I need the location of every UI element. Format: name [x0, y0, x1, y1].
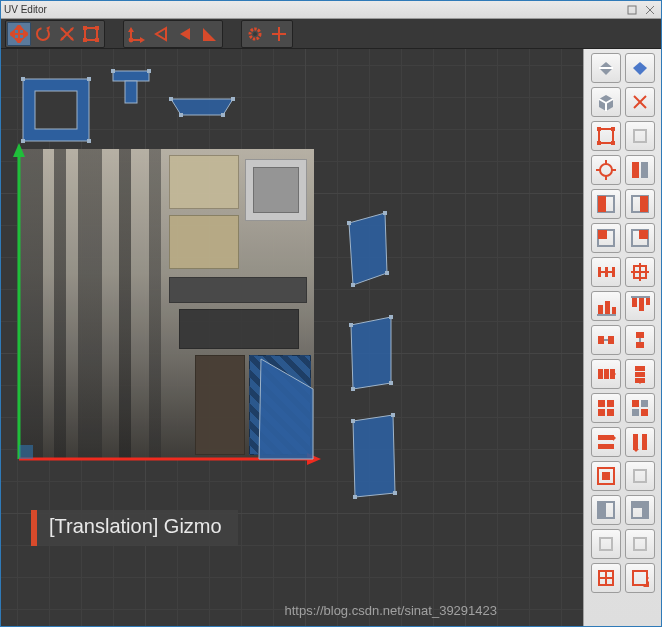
svg-rect-42	[87, 139, 91, 143]
svg-rect-141	[642, 508, 648, 518]
half-right-button[interactable]	[625, 189, 655, 219]
blank-d-button[interactable]	[625, 529, 655, 559]
layout-b-button[interactable]	[625, 495, 655, 525]
svg-rect-123	[607, 409, 614, 416]
svg-marker-6	[16, 39, 22, 43]
svg-marker-8	[24, 31, 28, 37]
grid-c-button[interactable]	[591, 563, 621, 593]
move-tool-button[interactable]	[7, 22, 31, 46]
join-v-button[interactable]	[625, 325, 655, 355]
pivot-toggle-button[interactable]	[125, 22, 149, 46]
island-para-1[interactable]	[349, 213, 387, 285]
island-blue-wedge[interactable]	[259, 359, 313, 459]
uv-editor-window: UV Editor	[0, 0, 662, 627]
play-back-button[interactable]	[173, 22, 197, 46]
svg-point-26	[129, 37, 134, 42]
rotate-tool-button[interactable]	[31, 22, 55, 46]
svg-rect-98	[598, 305, 603, 314]
svg-marker-28	[180, 28, 190, 40]
remove-button[interactable]	[625, 87, 655, 117]
island-para-2[interactable]	[351, 317, 391, 389]
svg-marker-27	[156, 28, 166, 40]
window-title: UV Editor	[4, 4, 622, 15]
settings-group	[241, 20, 293, 48]
target-button[interactable]	[591, 155, 621, 185]
island-trapezoid[interactable]	[171, 99, 233, 115]
fit-rect-button[interactable]	[591, 121, 621, 151]
island-frame-inner[interactable]	[35, 91, 77, 129]
snap-toggle-button[interactable]	[267, 22, 291, 46]
stack-v-button[interactable]	[625, 427, 655, 457]
svg-rect-125	[641, 400, 648, 407]
svg-rect-113	[604, 369, 609, 379]
align-b-button[interactable]	[591, 291, 621, 321]
svg-rect-106	[598, 336, 604, 344]
svg-rect-56	[351, 387, 355, 391]
rect-tool-button[interactable]	[79, 22, 103, 46]
corner-tl-button[interactable]	[591, 223, 621, 253]
svg-rect-38	[19, 445, 33, 459]
svg-marker-133	[633, 449, 639, 452]
stack-h-button[interactable]	[591, 427, 621, 457]
cube-button[interactable]	[591, 87, 621, 117]
shade-flat-button[interactable]	[625, 53, 655, 83]
shade-smooth-button[interactable]	[591, 53, 621, 83]
layout-a-button[interactable]	[591, 495, 621, 525]
next-island-button[interactable]	[197, 22, 221, 46]
svg-rect-20	[83, 38, 87, 42]
pivot-group	[123, 20, 223, 48]
island-cap-top[interactable]	[113, 71, 149, 81]
svg-marker-5	[16, 25, 22, 29]
flow-h-button[interactable]	[591, 359, 621, 389]
toolbox-row	[591, 325, 655, 355]
half-left-button[interactable]	[591, 189, 621, 219]
svg-rect-50	[383, 211, 387, 215]
detach-button[interactable]	[624, 3, 640, 17]
prev-island-button[interactable]	[149, 22, 173, 46]
svg-rect-121	[607, 400, 614, 407]
scale-tool-button[interactable]	[55, 22, 79, 46]
svg-rect-45	[169, 97, 173, 101]
svg-rect-90	[639, 230, 648, 239]
svg-rect-51	[385, 271, 389, 275]
svg-rect-57	[351, 419, 355, 423]
toolbox-row	[591, 529, 655, 559]
svg-rect-47	[179, 113, 183, 117]
toolbox-row	[591, 563, 655, 593]
caption-bar: [Translation] Gizmo	[31, 510, 238, 546]
join-h-button[interactable]	[591, 325, 621, 355]
svg-rect-46	[231, 97, 235, 101]
dist-h-button[interactable]	[591, 257, 621, 287]
uv-canvas[interactable]: [Translation] Gizmo https://blog.csdn.ne…	[1, 49, 583, 626]
svg-marker-130	[613, 435, 616, 441]
island-cap-stem[interactable]	[125, 81, 137, 103]
settings-gear-button[interactable]	[243, 22, 267, 46]
svg-rect-92	[598, 267, 601, 277]
grid-b-button[interactable]	[625, 393, 655, 423]
flow-v-button[interactable]	[625, 359, 655, 389]
svg-marker-24	[128, 27, 134, 32]
split-v-button[interactable]	[625, 155, 655, 185]
blank-b-button[interactable]	[625, 461, 655, 491]
svg-rect-128	[598, 435, 614, 440]
svg-rect-112	[598, 369, 603, 379]
svg-rect-55	[389, 381, 393, 385]
align-t-button[interactable]	[625, 291, 655, 321]
corner-tr-button[interactable]	[625, 223, 655, 253]
svg-rect-120	[598, 400, 605, 407]
svg-rect-86	[640, 196, 648, 212]
empty-a-button[interactable]	[625, 121, 655, 151]
svg-marker-63	[633, 62, 647, 75]
grid-a-button[interactable]	[591, 393, 621, 423]
svg-rect-88	[598, 230, 607, 239]
island-para-3[interactable]	[353, 415, 395, 497]
svg-rect-131	[633, 434, 638, 450]
svg-rect-102	[632, 298, 637, 307]
blank-c-button[interactable]	[591, 529, 621, 559]
close-button[interactable]	[642, 3, 658, 17]
dist-box-button[interactable]	[625, 257, 655, 287]
svg-rect-54	[389, 315, 393, 319]
frame-button[interactable]	[591, 461, 621, 491]
export-button[interactable]	[625, 563, 655, 593]
svg-rect-49	[347, 221, 351, 225]
